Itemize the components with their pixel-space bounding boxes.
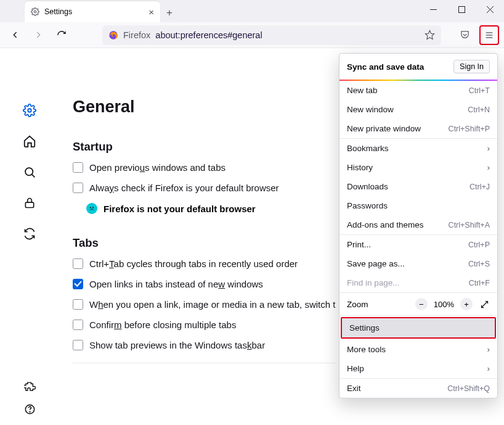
menu-print[interactable]: Print...Ctrl+P	[339, 235, 497, 254]
menu-separator	[339, 315, 497, 316]
url-text: about:preferences#general	[155, 30, 262, 40]
address-bar[interactable]: Firefox about:preferences#general	[102, 25, 441, 45]
not-default-text: Firefox is not your default browser	[104, 204, 256, 214]
chevron-right-icon: ›	[487, 163, 490, 172]
ctrltab-row[interactable]: Ctrl+Tab cycles through tabs in recently…	[73, 258, 335, 269]
home-icon[interactable]	[23, 134, 36, 148]
reload-button[interactable]	[52, 25, 71, 45]
tab-bar: Settings × +	[0, 0, 504, 22]
menu-bookmarks[interactable]: Bookmarks›	[339, 139, 497, 158]
checkbox-icon[interactable]	[73, 258, 83, 269]
sync-icon[interactable]	[23, 227, 36, 241]
tab-title: Settings	[44, 7, 72, 16]
checkbox-icon[interactable]	[73, 299, 83, 310]
svg-rect-13	[25, 202, 33, 207]
preferences-sidebar	[0, 48, 59, 425]
sync-header: Sync and save data	[347, 62, 424, 72]
menu-zoom-row: Zoom − 100% +	[339, 293, 497, 315]
taskbar-preview-row[interactable]: Show tab previews in the Windows taskbar	[73, 340, 335, 350]
svg-line-12	[31, 174, 35, 177]
checkbox-icon[interactable]	[73, 162, 83, 173]
section-divider	[73, 363, 335, 363]
forward-button[interactable]	[28, 25, 48, 45]
general-icon[interactable]	[23, 104, 36, 117]
svg-point-0	[34, 10, 36, 13]
back-button[interactable]	[5, 25, 25, 45]
new-tab-button[interactable]: +	[160, 4, 179, 22]
firefox-icon	[108, 30, 118, 40]
svg-point-17	[92, 207, 94, 208]
page-title: General	[73, 97, 335, 117]
menu-more-tools[interactable]: More tools›	[339, 340, 497, 359]
menu-exit[interactable]: ExitCtrl+Shift+Q	[339, 379, 497, 398]
tabs-heading: Tabs	[73, 236, 335, 250]
browser-tab[interactable]: Settings ×	[25, 1, 160, 22]
chevron-right-icon: ›	[487, 364, 490, 373]
menu-new-private-window[interactable]: New private windowCtrl+Shift+P	[339, 119, 497, 138]
zoom-out-button[interactable]: −	[415, 298, 428, 310]
window-close-button[interactable]	[476, 0, 504, 19]
always-check-default-row[interactable]: Always check if Firefox is your default …	[73, 183, 335, 193]
not-default-browser-row: Firefox is not your default browser	[86, 203, 335, 214]
app-menu-button[interactable]	[479, 25, 499, 45]
svg-rect-2	[458, 6, 465, 12]
switch-label: When you open a link, image or media in …	[89, 299, 335, 310]
taskbar-preview-label: Show tab previews in the Windows taskbar	[89, 340, 265, 350]
menu-downloads[interactable]: DownloadsCtrl+J	[339, 177, 497, 196]
open-links-label: Open links in tabs instead of new window…	[89, 279, 263, 289]
menu-settings[interactable]: Settings	[341, 317, 496, 339]
switch-to-new-tab-row[interactable]: When you open a link, image or media in …	[73, 299, 335, 310]
chevron-right-icon: ›	[487, 144, 490, 153]
open-previous-label: Open previous windows and tabs	[89, 162, 226, 173]
menu-history[interactable]: History›	[339, 158, 497, 177]
startup-heading: Startup	[73, 140, 335, 154]
menu-new-tab[interactable]: New tabCtrl+T	[339, 81, 497, 100]
always-check-label: Always check if Firefox is your default …	[89, 183, 279, 193]
pocket-icon[interactable]	[455, 25, 474, 45]
search-icon[interactable]	[23, 165, 36, 179]
checkbox-checked-icon[interactable]	[73, 279, 83, 289]
window-maximize-button[interactable]	[447, 0, 476, 19]
open-links-row[interactable]: Open links in tabs instead of new window…	[73, 279, 335, 289]
bookmark-star-icon[interactable]	[425, 30, 435, 40]
zoom-in-button[interactable]: +	[460, 298, 473, 310]
window-minimize-button[interactable]	[419, 0, 447, 19]
close-icon[interactable]: ×	[148, 7, 154, 17]
chevron-right-icon: ›	[487, 345, 490, 354]
gear-icon	[31, 7, 39, 16]
navigation-toolbar: Firefox about:preferences#general	[0, 22, 504, 48]
help-icon[interactable]	[23, 402, 36, 416]
menu-help[interactable]: Help›	[339, 359, 497, 378]
menu-passwords[interactable]: Passwords	[339, 196, 497, 215]
svg-marker-6	[425, 30, 434, 39]
menu-find-in-page[interactable]: Find in page...Ctrl+F	[339, 273, 497, 292]
extensions-icon[interactable]	[23, 380, 36, 394]
svg-point-16	[90, 207, 91, 208]
lock-icon[interactable]	[23, 196, 36, 210]
open-previous-checkbox-row[interactable]: Open previous windows and tabs	[73, 162, 335, 173]
checkbox-icon[interactable]	[73, 183, 83, 193]
zoom-label: Zoom	[347, 300, 409, 309]
checkbox-icon[interactable]	[73, 320, 83, 330]
fullscreen-icon[interactable]	[479, 299, 490, 310]
confirm-close-row[interactable]: Confirm before closing multiple tabs	[73, 320, 335, 330]
ctrltab-label: Ctrl+Tab cycles through tabs in recently…	[89, 258, 298, 269]
menu-addons[interactable]: Add-ons and themesCtrl+Shift+A	[339, 215, 497, 234]
checkbox-icon[interactable]	[73, 340, 83, 350]
zoom-value: 100%	[434, 300, 454, 309]
svg-line-18	[481, 301, 487, 307]
svg-point-10	[28, 109, 31, 112]
sign-in-button[interactable]: Sign In	[453, 60, 490, 73]
menu-new-window[interactable]: New windowCtrl+N	[339, 100, 497, 119]
sad-face-icon	[86, 203, 97, 214]
identity-label: Firefox	[123, 30, 150, 40]
svg-point-15	[30, 411, 30, 412]
menu-save-as[interactable]: Save page as...Ctrl+S	[339, 254, 497, 273]
app-menu-popup: Sync and save data Sign In New tabCtrl+T…	[339, 53, 498, 398]
svg-point-11	[25, 168, 33, 175]
confirm-label: Confirm before closing multiple tabs	[89, 320, 236, 330]
